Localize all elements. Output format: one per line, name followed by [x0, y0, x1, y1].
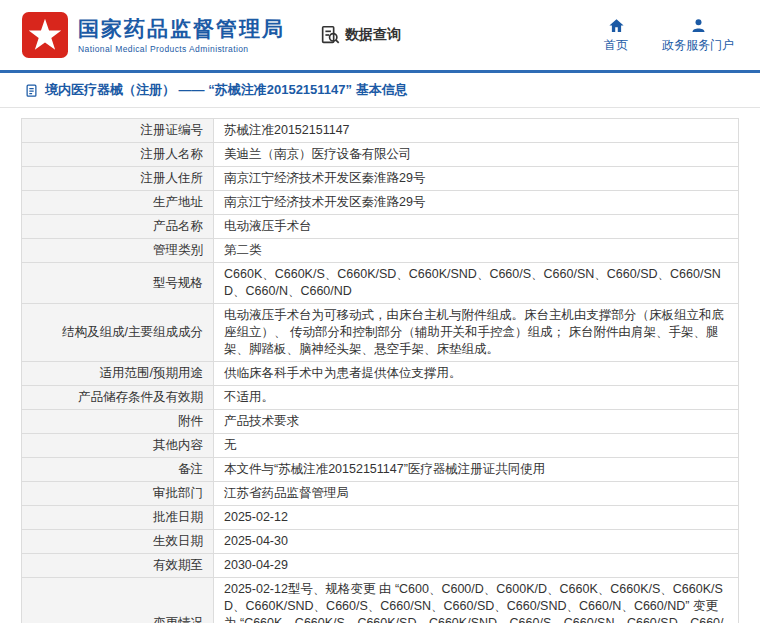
site-subtitle: National Medical Products Administration	[78, 44, 285, 54]
row-value: 2025-02-12	[214, 506, 739, 530]
row-value: 江苏省药品监督管理局	[214, 482, 739, 506]
row-label: 适用范围/预期用途	[22, 362, 214, 386]
row-label: 生效日期	[22, 530, 214, 554]
row-value: 南京江宁经济技术开发区秦淮路29号	[214, 191, 739, 215]
data-query-button[interactable]: 数据查询	[319, 24, 401, 46]
row-value: 不适用。	[214, 386, 739, 410]
table-row: 管理类别第二类	[22, 239, 739, 263]
table-row: 注册人名称美迪兰（南京）医疗设备有限公司	[22, 143, 739, 167]
nav-home-label: 首页	[604, 37, 628, 54]
row-label: 注册人名称	[22, 143, 214, 167]
row-value: 2030-04-29	[214, 554, 739, 578]
info-table-body: 注册证编号苏械注准20152151147注册人名称美迪兰（南京）医疗设备有限公司…	[22, 119, 739, 623]
row-label: 注册人住所	[22, 167, 214, 191]
table-row: 批准日期2025-02-12	[22, 506, 739, 530]
header-nav: 首页 政务服务门户	[604, 17, 740, 54]
row-label: 管理类别	[22, 239, 214, 263]
row-value: 2025-02-12型号、规格变更 由 “C600、C600/D、C600K/D…	[214, 578, 739, 623]
breadcrumb-text: 境内医疗器械（注册） —— “苏械注准20152151147” 基本信息	[45, 81, 408, 99]
table-row: 产品名称电动液压手术台	[22, 215, 739, 239]
table-row: 备注本文件与“苏械注准20152151147”医疗器械注册证共同使用	[22, 458, 739, 482]
row-label: 审批部门	[22, 482, 214, 506]
nmpa-logo-icon	[22, 12, 68, 58]
table-row: 型号规格C660K、C660K/S、C660K/SD、C660K/SND、C66…	[22, 263, 739, 304]
row-value: 南京江宁经济技术开发区秦淮路29号	[214, 167, 739, 191]
row-label: 生产地址	[22, 191, 214, 215]
row-value: 本文件与“苏械注准20152151147”医疗器械注册证共同使用	[214, 458, 739, 482]
table-row: 生产地址南京江宁经济技术开发区秦淮路29号	[22, 191, 739, 215]
table-row: 产品储存条件及有效期不适用。	[22, 386, 739, 410]
row-value: 美迪兰（南京）医疗设备有限公司	[214, 143, 739, 167]
row-label: 有效期至	[22, 554, 214, 578]
row-label: 备注	[22, 458, 214, 482]
data-query-icon	[319, 24, 341, 46]
nav-home[interactable]: 首页	[604, 17, 628, 54]
table-row: 注册证编号苏械注准20152151147	[22, 119, 739, 143]
registration-info-table: 注册证编号苏械注准20152151147注册人名称美迪兰（南京）医疗设备有限公司…	[21, 118, 739, 623]
breadcrumb: 境内医疗器械（注册） —— “苏械注准20152151147” 基本信息	[0, 73, 760, 108]
home-icon	[608, 17, 625, 34]
row-value: 电动液压手术台为可移动式，由床台主机与附件组成。床台主机由支撑部分（床板组立和底…	[214, 304, 739, 362]
site-title: 国家药品监督管理局	[78, 16, 285, 41]
document-icon	[24, 83, 39, 98]
row-value: 无	[214, 434, 739, 458]
table-row: 变更情况2025-02-12型号、规格变更 由 “C600、C600/D、C60…	[22, 578, 739, 623]
row-label: 型号规格	[22, 263, 214, 304]
table-row: 适用范围/预期用途供临床各科手术中为患者提供体位支撑用。	[22, 362, 739, 386]
row-value: 第二类	[214, 239, 739, 263]
table-row: 其他内容无	[22, 434, 739, 458]
row-value: 苏械注准20152151147	[214, 119, 739, 143]
data-query-label: 数据查询	[345, 26, 401, 44]
nav-gov-portal[interactable]: 政务服务门户	[662, 17, 734, 54]
row-label: 注册证编号	[22, 119, 214, 143]
row-label: 产品储存条件及有效期	[22, 386, 214, 410]
row-label: 结构及组成/主要组成成分	[22, 304, 214, 362]
row-label: 其他内容	[22, 434, 214, 458]
row-value: C660K、C660K/S、C660K/SD、C660K/SND、C660/S、…	[214, 263, 739, 304]
row-value: 电动液压手术台	[214, 215, 739, 239]
row-label: 批准日期	[22, 506, 214, 530]
row-value: 供临床各科手术中为患者提供体位支撑用。	[214, 362, 739, 386]
row-label: 变更情况	[22, 578, 214, 623]
row-value: 产品技术要求	[214, 410, 739, 434]
table-row: 结构及组成/主要组成成分电动液压手术台为可移动式，由床台主机与附件组成。床台主机…	[22, 304, 739, 362]
table-row: 附件产品技术要求	[22, 410, 739, 434]
nav-gov-portal-label: 政务服务门户	[662, 37, 734, 54]
table-row: 有效期至2030-04-29	[22, 554, 739, 578]
user-icon	[690, 17, 707, 34]
table-row: 生效日期2025-04-30	[22, 530, 739, 554]
registration-info-section: 注册证编号苏械注准20152151147注册人名称美迪兰（南京）医疗设备有限公司…	[0, 108, 760, 623]
brand-block: 国家药品监督管理局 National Medical Products Admi…	[78, 16, 285, 53]
table-row: 注册人住所南京江宁经济技术开发区秦淮路29号	[22, 167, 739, 191]
table-row: 审批部门江苏省药品监督管理局	[22, 482, 739, 506]
row-label: 产品名称	[22, 215, 214, 239]
site-header: 国家药品监督管理局 National Medical Products Admi…	[0, 0, 760, 70]
row-value: 2025-04-30	[214, 530, 739, 554]
row-label: 附件	[22, 410, 214, 434]
